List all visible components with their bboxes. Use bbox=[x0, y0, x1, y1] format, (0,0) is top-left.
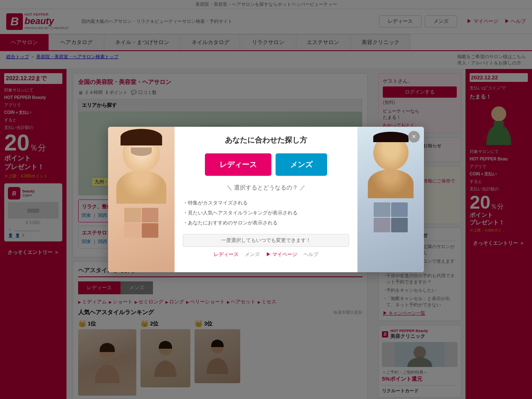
modal-close-button[interactable]: × bbox=[408, 131, 420, 143]
modal-overlay[interactable]: × bbox=[0, 0, 532, 399]
modal-mens-button[interactable]: メンズ bbox=[276, 153, 327, 176]
feature-3: あなたにおすすめのサロンが表示される bbox=[183, 218, 349, 228]
modal-gender-buttons: レディース メンズ bbox=[183, 153, 349, 176]
modal-bottom-links: レディース メンズ ▶ マイページ ヘルプ bbox=[183, 251, 349, 258]
modal-female-image bbox=[108, 127, 175, 272]
female-face bbox=[123, 135, 160, 172]
male-face bbox=[373, 135, 409, 170]
modal-bottom-ladies[interactable]: レディース bbox=[214, 251, 239, 258]
gender-selection-modal: × bbox=[108, 127, 424, 272]
modal-title: あなたに合わせた探し方 bbox=[183, 135, 349, 145]
feature-2: 見たい人気ヘアスタイルランキングが表示される bbox=[183, 208, 349, 218]
modal-male-image bbox=[357, 127, 424, 272]
modal-content: あなたに合わせた探し方 レディース メンズ ＼ 選択するとどうなるの？ ／ 特集… bbox=[108, 127, 424, 272]
modal-subtitle: ＼ 選択するとどうなるの？ ／ bbox=[183, 184, 349, 192]
modal-bottom-mypage[interactable]: ▶ マイページ bbox=[266, 251, 297, 258]
modal-notice: 一度選択してもいつでも変更できます！ bbox=[183, 234, 349, 247]
modal-ladies-button[interactable]: レディース bbox=[205, 153, 271, 176]
modal-bottom-mens[interactable]: メンズ bbox=[245, 251, 260, 258]
feature-1: 特集がカスタマイズされる bbox=[183, 198, 349, 208]
modal-center: あなたに合わせた探し方 レディース メンズ ＼ 選択するとどうなるの？ ／ 特集… bbox=[175, 127, 357, 272]
modal-features: 特集がカスタマイズされる 見たい人気ヘアスタイルランキングが表示される あなたに… bbox=[183, 198, 349, 228]
modal-bottom-help[interactable]: ヘルプ bbox=[303, 251, 318, 258]
